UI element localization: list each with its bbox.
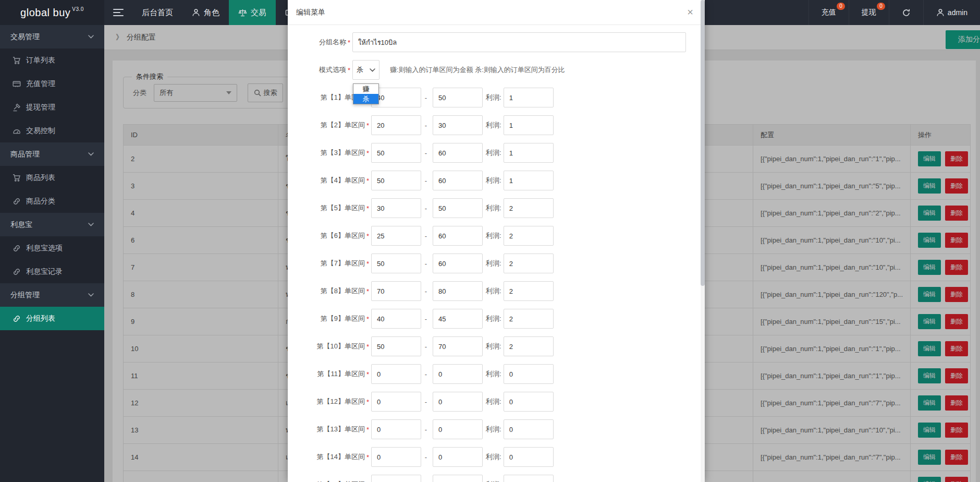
interval-from-input[interactable] [371, 392, 421, 412]
profit-input[interactable] [504, 281, 554, 301]
sidebar-group-header[interactable]: 交易管理 [0, 25, 104, 49]
sidebar-item[interactable]: 商品列表 [0, 166, 104, 189]
interval-from-input[interactable] [371, 143, 421, 163]
sidebar-item[interactable]: 利息宝记录 [0, 260, 104, 283]
mode-row: 模式选项* 杀 赚:则输入的订单区间为金额 杀:则输入的订单区间为百分比 [288, 60, 701, 80]
interval-to-input[interactable] [433, 336, 483, 356]
top-nav-item[interactable]: 交易 [229, 0, 276, 25]
profit-input[interactable] [504, 198, 554, 218]
interval-to-input[interactable] [433, 143, 483, 163]
chevron-down-icon [88, 293, 94, 297]
interval-to-input[interactable] [433, 364, 483, 384]
interval-from-input[interactable] [371, 198, 421, 218]
interval-to-input[interactable] [433, 115, 483, 135]
top-nav-item[interactable]: 后台首页 [132, 0, 182, 25]
mode-help-text: 赚:则输入的订单区间为金额 杀:则输入的订单区间为百分比 [390, 65, 565, 75]
sidebar-item[interactable]: 商品分类 [0, 189, 104, 213]
required-mark: * [366, 343, 369, 351]
profit-label: 利润: [486, 314, 501, 323]
sidebar-item[interactable]: 充值管理 [0, 72, 104, 95]
sidebar-group-header[interactable]: 商品管理 [0, 142, 104, 166]
interval-from-input[interactable] [371, 254, 421, 273]
profit-input[interactable] [504, 115, 554, 135]
menu-toggle-icon[interactable] [104, 0, 132, 25]
profit-input[interactable] [504, 475, 554, 482]
link-icon [13, 244, 21, 252]
gavel-icon [13, 103, 21, 112]
interval-to-input[interactable] [433, 198, 483, 218]
interval-from-input[interactable] [371, 115, 421, 135]
profit-input[interactable] [504, 419, 554, 439]
sidebar-item[interactable]: 交易控制 [0, 119, 104, 142]
profit-input[interactable] [504, 226, 554, 246]
interval-to-input[interactable] [433, 475, 483, 482]
required-mark: * [366, 149, 369, 157]
interval-to-input[interactable] [433, 226, 483, 246]
profit-input[interactable] [504, 364, 554, 384]
profit-input[interactable] [504, 88, 554, 107]
interval-label: 第【2】单区间* [294, 121, 369, 130]
user-menu[interactable]: admin [923, 0, 980, 25]
range-separator: - [421, 453, 431, 461]
sidebar-group-header[interactable]: 分组管理 [0, 283, 104, 307]
interval-to-input[interactable] [433, 254, 483, 273]
interval-label: 第【13】单区间* [294, 425, 369, 434]
recharge-button[interactable]: 充值 0 [808, 0, 849, 25]
range-separator: - [421, 370, 431, 378]
interval-from-input[interactable] [371, 171, 421, 190]
interval-to-input[interactable] [433, 447, 483, 467]
interval-to-input[interactable] [433, 88, 483, 107]
range-separator: - [421, 398, 431, 406]
profit-input[interactable] [504, 254, 554, 273]
interval-to-input[interactable] [433, 392, 483, 412]
mode-option[interactable]: 赚 [353, 84, 378, 94]
close-icon[interactable]: × [687, 7, 693, 17]
profit-input[interactable] [504, 309, 554, 329]
profit-label: 利润: [486, 93, 501, 102]
interval-from-input[interactable] [371, 419, 421, 439]
interval-from-input[interactable] [371, 475, 421, 482]
modal-scrollbar-thumb[interactable] [701, 0, 705, 286]
mode-select[interactable]: 杀 [352, 60, 379, 80]
modal-scrollbar-track[interactable] [701, 0, 705, 482]
interval-row: 第【3】单区间* - 利润: [288, 143, 701, 163]
interval-from-input[interactable] [371, 281, 421, 301]
sidebar-item[interactable]: 分组列表 [0, 307, 104, 330]
profit-label: 利润: [486, 342, 501, 351]
interval-from-input[interactable] [371, 336, 421, 356]
interval-to-input[interactable] [433, 171, 483, 190]
required-mark: * [348, 66, 350, 74]
interval-from-input[interactable] [371, 447, 421, 467]
profit-input[interactable] [504, 336, 554, 356]
mode-option[interactable]: 杀 [353, 94, 378, 104]
group-name-input[interactable] [352, 32, 686, 52]
sidebar-item[interactable]: 订单列表 [0, 49, 104, 72]
required-mark: * [366, 398, 369, 406]
profit-input[interactable] [504, 392, 554, 412]
interval-from-input[interactable] [371, 226, 421, 246]
interval-to-input[interactable] [433, 309, 483, 329]
interval-to-input[interactable] [433, 281, 483, 301]
profit-input[interactable] [504, 171, 554, 190]
interval-row: 第【15】单区间* - 利润: [288, 475, 701, 482]
interval-row: 第【13】单区间* - 利润: [288, 419, 701, 439]
mode-options-dropdown: 赚 杀 [353, 83, 379, 104]
link-icon [13, 197, 21, 206]
interval-row: 第【5】单区间* - 利润: [288, 198, 701, 218]
profit-input[interactable] [504, 447, 554, 467]
profit-input[interactable] [504, 143, 554, 163]
required-mark: * [366, 177, 369, 185]
sidebar-item[interactable]: 利息宝选项 [0, 236, 104, 260]
sidebar-item[interactable]: 提现管理 [0, 95, 104, 119]
interval-to-input[interactable] [433, 419, 483, 439]
interval-from-input[interactable] [371, 364, 421, 384]
sidebar-group-header[interactable]: 利息宝 [0, 213, 104, 236]
top-nav-item[interactable]: 角色 [182, 0, 229, 25]
range-separator: - [421, 315, 431, 323]
interval-label: 第【10】单区间* [294, 342, 369, 351]
withdraw-button[interactable]: 提现 0 [849, 0, 889, 25]
cart-icon [13, 56, 21, 65]
interval-from-input[interactable] [371, 309, 421, 329]
profit-label: 利润: [486, 203, 501, 213]
refresh-button[interactable] [889, 0, 923, 25]
